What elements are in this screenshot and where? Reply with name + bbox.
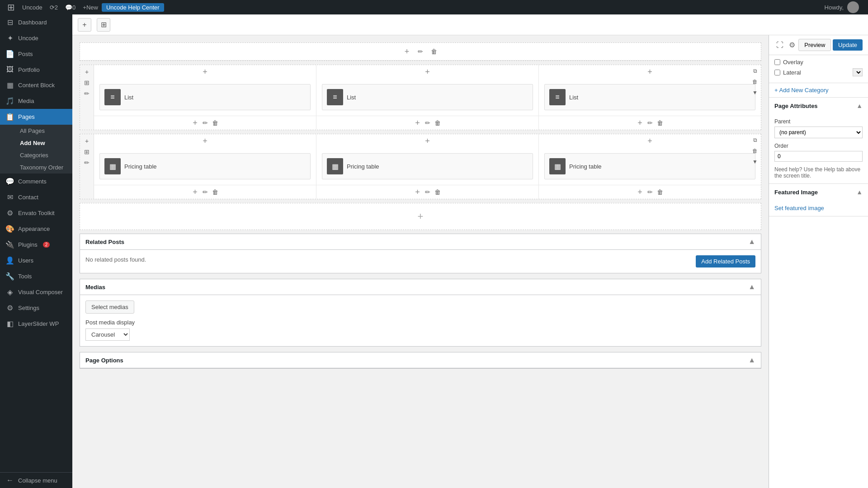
new-item[interactable]: + New [79, 0, 102, 14]
row-delete-btn-top[interactable]: 🗑 [429, 47, 439, 56]
sidebar-item-appearance[interactable]: 🎨 Appearance [0, 221, 72, 237]
row1-col1-edit-bottom[interactable]: ✏ [200, 118, 210, 128]
col1-row1-move-btn[interactable]: + [82, 67, 92, 77]
sidebar-item-tools[interactable]: 🔧 Tools [0, 268, 72, 284]
overlay-checkbox[interactable] [774, 59, 780, 65]
row2-col2-add-bottom[interactable]: + [413, 187, 423, 197]
sidebar-item-posts[interactable]: 📄 Posts [0, 46, 72, 62]
sidebar-item-content-block[interactable]: ▦ Content Block [0, 77, 72, 93]
col-row2-grid-btn[interactable]: ⊞ [82, 147, 92, 157]
row1-col3-add-bottom[interactable]: + [635, 118, 645, 128]
medias-toggle[interactable]: ▲ [748, 283, 755, 291]
page-attributes-toggle[interactable]: ▲ [856, 102, 863, 109]
admin-bar: ⊞ Uncode ⟳ 2 💬 0 + New Uncode Help Cente… [0, 0, 868, 14]
pricing-icon-2: ▦ [327, 158, 343, 174]
add-new-category-link[interactable]: + Add New Category [774, 87, 829, 94]
row2-col3-copy-btn[interactable]: ⧉ [750, 135, 760, 145]
uncode-help-center-button[interactable]: Uncode Help Center [102, 3, 164, 12]
sidebar-item-settings[interactable]: ⚙ Settings [0, 300, 72, 316]
col-row2-move-btn[interactable]: + [82, 136, 92, 146]
row2-col3-del-bottom[interactable]: 🗑 [655, 187, 665, 197]
grid-view-button[interactable]: ⊞ [97, 18, 110, 32]
sidebar-item-plugins[interactable]: 🔌 Plugins 2 [0, 237, 72, 253]
page-options-header[interactable]: Page Options ▲ [80, 352, 761, 368]
row-edit-btn-top[interactable]: ✏ [415, 47, 425, 56]
col1-row1-edit-btn[interactable]: ✏ [82, 89, 92, 99]
sidebar-item-layerslider[interactable]: ◧ LayerSlider WP [0, 316, 72, 332]
page-options-toggle[interactable]: ▲ [748, 356, 755, 364]
row1-col3-edit-bottom[interactable]: ✏ [645, 118, 655, 128]
row-add-btn-top[interactable]: + [402, 47, 412, 56]
sidebar-subitem-all-pages[interactable]: All Pages [14, 125, 72, 137]
sidebar-item-pages[interactable]: 📋 Pages [0, 109, 72, 125]
updates-item[interactable]: ⟳ 2 [46, 0, 61, 14]
row2-col2-add-top[interactable]: + [423, 136, 433, 146]
lateral-checkbox[interactable] [774, 70, 780, 75]
row1-col1-add-bottom[interactable]: + [190, 118, 200, 128]
preview-button[interactable]: Preview [798, 39, 831, 51]
row1-col2-edit-bottom[interactable]: ✏ [423, 118, 433, 128]
row2-col3-del-btn[interactable]: 🗑 [750, 146, 760, 156]
sidebar-item-media[interactable]: 🎵 Media [0, 93, 72, 109]
row2-col3-add-bottom[interactable]: + [635, 187, 645, 197]
row1-col1-add-top[interactable]: + [200, 67, 210, 77]
row2-col1-add-bottom[interactable]: + [190, 187, 200, 197]
row2-col1-edit-bottom[interactable]: ✏ [200, 187, 210, 197]
add-related-posts-button[interactable]: Add Related Posts [696, 255, 755, 267]
row1-col3-add-top[interactable]: + [645, 67, 655, 77]
wp-logo-item[interactable]: ⊞ [4, 0, 19, 14]
lateral-select[interactable] [853, 68, 863, 76]
sidebar-item-comments[interactable]: 💬 Comments [0, 174, 72, 189]
medias-header[interactable]: Medias ▲ [80, 279, 761, 295]
sidebar-item-envato[interactable]: ⚙ Envato Toolkit [0, 205, 72, 221]
related-posts-header[interactable]: Related Posts ▲ [80, 234, 761, 250]
row2-col3-down-btn[interactable]: ▼ [750, 157, 760, 167]
row2-col2-edit-bottom[interactable]: ✏ [423, 187, 433, 197]
row1-col2-add-top[interactable]: + [423, 67, 433, 77]
row1-col2-add-bottom[interactable]: + [413, 118, 423, 128]
featured-image-toggle[interactable]: ▲ [856, 188, 863, 196]
post-media-display-select[interactable]: Carousel Gallery Slideshow [85, 328, 130, 341]
set-featured-image-link[interactable]: Set featured image [774, 205, 824, 211]
row1-col3-copy-btn[interactable]: ⧉ [750, 66, 760, 76]
sidebar-item-dashboard[interactable]: ⊟ Dashboard [0, 14, 72, 30]
row1-col3-down-btn[interactable]: ▼ [750, 88, 760, 98]
sidebar-item-contact[interactable]: ✉ Contact [0, 189, 72, 205]
order-input[interactable] [774, 151, 863, 162]
row2-col3-edit-bottom[interactable]: ✏ [645, 187, 655, 197]
featured-image-title: Featured Image [774, 189, 818, 196]
sidebar-item-uncode[interactable]: ✦ Uncode [0, 30, 72, 46]
parent-select[interactable]: (no parent) [774, 127, 863, 138]
row2-col2-del-bottom[interactable]: 🗑 [433, 187, 443, 197]
col-row2-edit-btn[interactable]: ✏ [82, 158, 92, 168]
posts-icon: 📄 [5, 50, 14, 58]
sidebar-subitem-categories[interactable]: Categories [14, 149, 72, 161]
users-icon: 👤 [5, 256, 14, 265]
row1-col1-del-bottom[interactable]: 🗑 [210, 118, 220, 128]
sidebar-item-users[interactable]: 👤 Users [0, 253, 72, 268]
related-posts-toggle[interactable]: ▲ [748, 238, 755, 246]
row2-col1-add-top[interactable]: + [200, 136, 210, 146]
row1-col2-del-bottom[interactable]: 🗑 [433, 118, 443, 128]
site-name-item[interactable]: Uncode [19, 0, 46, 14]
sidebar-item-visual-composer[interactable]: ◈ Visual Composer [0, 284, 72, 300]
row1-col3-del-btn[interactable]: 🗑 [750, 77, 760, 87]
comments-item[interactable]: 💬 0 [61, 0, 79, 14]
fullscreen-button[interactable]: ⛶ [774, 39, 785, 51]
row2-col3-add-top[interactable]: + [645, 136, 655, 146]
collapse-menu-item[interactable]: ← Collapse menu [0, 472, 72, 488]
add-row-area[interactable]: + [80, 203, 761, 230]
col1-row1-grid-btn[interactable]: ⊞ [82, 78, 92, 88]
update-button[interactable]: Update [833, 39, 863, 51]
row1-col3-del-bottom[interactable]: 🗑 [655, 118, 665, 128]
row2-col1-del-bottom[interactable]: 🗑 [210, 187, 220, 197]
sidebar-item-portfolio[interactable]: 🖼 Portfolio [0, 62, 72, 77]
page-attributes-header[interactable]: Page Attributes ▲ [769, 98, 868, 114]
featured-image-header[interactable]: Featured Image ▲ [769, 184, 868, 200]
sidebar-subitem-add-new[interactable]: Add New [14, 137, 72, 149]
add-row-button[interactable]: + [415, 211, 425, 221]
settings-button[interactable]: ⚙ [787, 39, 797, 51]
add-element-button[interactable]: + [78, 18, 91, 32]
sidebar-subitem-taxonomy-order[interactable]: Taxonomy Order [14, 161, 72, 174]
select-medias-button[interactable]: Select medias [85, 300, 134, 314]
